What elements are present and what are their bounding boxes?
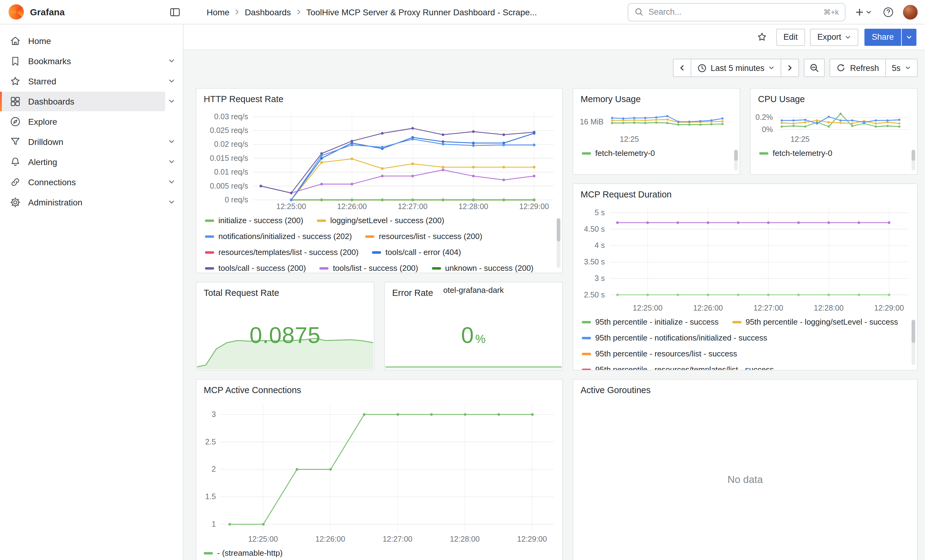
time-shift-back-button[interactable] [673, 59, 691, 77]
legend-scrollbar[interactable] [911, 150, 915, 171]
panel-title[interactable]: Total Request Rate [196, 282, 374, 300]
http-request-rate-chart[interactable]: 0 req/s0.005 req/s0.01 req/s0.015 req/s0… [200, 107, 557, 212]
top-header: Grafana Home Dashboards ToolHive MCP Ser… [0, 0, 925, 24]
svg-text:12:27:00: 12:27:00 [383, 534, 412, 543]
svg-text:0.025 req/s: 0.025 req/s [210, 126, 248, 135]
svg-text:1.5: 1.5 [205, 492, 216, 501]
chevron-down-icon[interactable] [165, 135, 178, 148]
panel-total-request-rate: Total Request Rate 0.0875 [196, 282, 374, 371]
error-rate-sparkline [386, 361, 562, 369]
cpu-usage-chart[interactable]: 0.2%0%12:25 [753, 106, 912, 145]
chevron-down-icon[interactable] [165, 95, 178, 108]
panel-title[interactable]: Memory Usage [573, 89, 740, 106]
sidebar-item-label: Administration [28, 197, 82, 207]
chevron-down-icon[interactable] [165, 196, 178, 209]
avatar[interactable] [903, 5, 917, 19]
panel-title[interactable]: CPU Usage [751, 89, 917, 106]
legend-item[interactable]: 95th percentile - resources/list - succe… [582, 349, 737, 359]
panel-memory-usage: Memory Usage 16 MiB12:25 fetch-telemetry… [572, 88, 740, 175]
svg-text:12:25: 12:25 [620, 135, 639, 143]
legend-item[interactable]: initialize - success (200) [205, 216, 303, 225]
legend-item[interactable]: resources/templates/list - success (200) [205, 248, 359, 257]
panel-http-request-rate: HTTP Request Rate 0 req/s0.005 req/s0.01… [196, 88, 563, 273]
sidebar-item-administration[interactable]: Administration [0, 192, 183, 212]
time-range-picker[interactable]: Last 5 minutes [690, 59, 782, 77]
legend-item[interactable]: tools/call - error (404) [372, 248, 461, 257]
sidebar-item-label: Bookmarks [28, 56, 71, 66]
panel-title[interactable]: HTTP Request Rate [196, 89, 562, 106]
search-icon [634, 8, 643, 17]
sidebar-item-connections[interactable]: Connections [0, 172, 183, 192]
svg-text:0.005 req/s: 0.005 req/s [210, 182, 248, 190]
legend-item[interactable]: logging/setLevel - success (200) [316, 216, 444, 225]
legend-scrollbar[interactable] [734, 150, 738, 171]
svg-text:0.015 req/s: 0.015 req/s [210, 154, 248, 162]
breadcrumb-current[interactable]: ToolHive MCP Server & Proxy Runner Dashb… [306, 7, 537, 17]
panel-title[interactable]: Active Goroutines [573, 380, 917, 397]
question-circle-icon [883, 6, 894, 17]
legend-item[interactable]: unknown - success (200) [432, 263, 533, 273]
legend-item[interactable]: 95th percentile - initialize - success [582, 317, 719, 327]
panel-title[interactable]: MCP Request Duration [573, 184, 917, 201]
memory-usage-chart[interactable]: 16 MiB12:25 [575, 106, 735, 145]
search-input[interactable]: Search... ⌘+k [628, 3, 845, 21]
export-button[interactable]: Export [810, 29, 858, 45]
sidebar-item-label: Dashboards [28, 96, 74, 106]
help-button[interactable] [881, 5, 896, 19]
sidebar-item-bookmarks[interactable]: Bookmarks [0, 51, 183, 71]
sidebar-item-explore[interactable]: Explore [0, 111, 183, 131]
breadcrumb-home[interactable]: Home [206, 7, 229, 17]
chevron-down-icon[interactable] [165, 155, 178, 168]
chevron-down-icon[interactable] [165, 75, 178, 87]
chevron-down-icon[interactable] [165, 54, 178, 67]
plus-icon [855, 7, 865, 17]
breadcrumb-dashboards[interactable]: Dashboards [245, 7, 291, 17]
legend-scrollbar[interactable] [911, 320, 915, 365]
add-button[interactable] [853, 5, 874, 19]
legend-scrollbar[interactable] [557, 218, 560, 268]
svg-text:0.02 req/s: 0.02 req/s [214, 140, 248, 148]
compass-icon [9, 115, 21, 128]
favorite-star-button[interactable] [753, 29, 770, 45]
search-shortcut: ⌘+k [823, 8, 839, 16]
panel-legend: 95th percentile - initialize - success95… [573, 314, 917, 370]
sidebar-item-starred[interactable]: Starred [0, 71, 183, 91]
svg-text:2: 2 [212, 465, 216, 473]
legend-item[interactable]: notifications/initialized - success (202… [205, 232, 352, 242]
svg-text:0.2%: 0.2% [756, 113, 773, 122]
time-shift-forward-button[interactable] [781, 59, 799, 77]
chevron-down-icon[interactable] [165, 176, 178, 188]
edit-button[interactable]: Edit [776, 29, 805, 45]
svg-text:12:26:00: 12:26:00 [337, 202, 367, 211]
chevron-down-icon [906, 34, 912, 40]
share-button[interactable]: Share [865, 29, 901, 45]
svg-text:12:28:00: 12:28:00 [450, 534, 480, 543]
svg-text:12:28:00: 12:28:00 [814, 303, 844, 312]
share-menu-button[interactable] [902, 29, 916, 45]
sidebar-item-label: Drilldown [28, 137, 63, 146]
legend-item[interactable]: 95th percentile - logging/setLevel - suc… [732, 317, 898, 327]
svg-text:3 s: 3 s [595, 274, 605, 282]
panel-title[interactable]: MCP Active Connections [196, 380, 562, 397]
mcp-request-duration-chart[interactable]: 2.50 s3 s3.50 s4 s4.50 s5 s12:25:0012:26… [577, 203, 912, 314]
refresh-interval-picker[interactable]: 5s [885, 59, 917, 77]
legend-item[interactable]: resources/list - success (200) [365, 232, 482, 242]
legend-item[interactable]: tools/list - success (200) [319, 263, 418, 273]
sidebar-item-dashboards[interactable]: Dashboards [0, 91, 183, 111]
sidebar-toggle-icon[interactable] [166, 3, 183, 21]
sidebar-item-home[interactable]: Home [0, 30, 183, 51]
mcp-active-connections-chart[interactable]: 11.522.5312:25:0012:26:0012:27:0012:28:0… [200, 398, 557, 545]
legend-item[interactable]: 95th percentile - resources/templates/li… [582, 365, 774, 370]
zoom-out-icon [810, 63, 820, 73]
legend-item[interactable]: fetch-telemetry-0 [582, 149, 655, 158]
refresh-button[interactable]: Refresh [830, 59, 886, 77]
grafana-logo-icon[interactable] [9, 4, 24, 20]
sidebar-item-alerting[interactable]: Alerting [0, 152, 183, 172]
legend-item[interactable]: fetch-telemetry-0 [759, 149, 832, 158]
legend-item[interactable]: - (streamable-http) [204, 548, 283, 558]
sidebar-item-drilldown[interactable]: Drilldown [0, 131, 183, 152]
legend-item[interactable]: 95th percentile - notifications/initiali… [582, 333, 767, 343]
legend-item[interactable]: tools/call - success (200) [205, 263, 306, 273]
zoom-out-button[interactable] [804, 59, 825, 77]
chevron-left-icon [678, 64, 685, 72]
